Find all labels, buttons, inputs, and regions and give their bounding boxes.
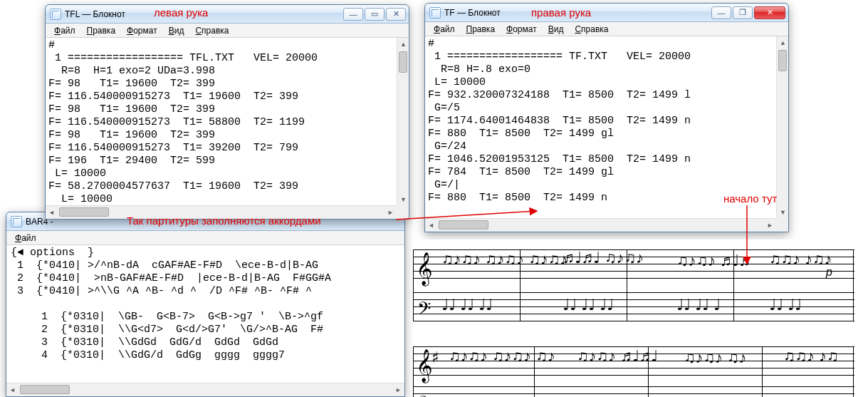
menubar: Файл Правка Формат Вид Справка xyxy=(425,22,788,36)
scroll-right-icon[interactable]: ► xyxy=(392,383,404,395)
menu-file[interactable]: Файл xyxy=(50,25,80,36)
notepad-icon xyxy=(50,9,61,20)
menu-view[interactable]: Вид xyxy=(164,25,189,36)
notepad-icon xyxy=(11,216,22,227)
text-content-upper[interactable]: {◄ options } 1 {*0410| >/^nB-dA cGAF#AE-… xyxy=(6,245,404,299)
scroll-right-icon[interactable]: ► xyxy=(764,219,776,230)
scroll-corner xyxy=(397,205,409,217)
minimize-button[interactable]: — xyxy=(343,8,363,21)
menubar: Файл xyxy=(6,231,404,245)
menu-file[interactable]: Файл xyxy=(11,232,41,244)
text-content[interactable]: # 1 ================== TF.TXT VEL= 20000… xyxy=(425,36,788,206)
scroll-left-icon[interactable]: ◄ xyxy=(46,206,58,217)
scrollbar-horizontal[interactable]: ◄ ► xyxy=(46,205,397,217)
menu-edit[interactable]: Правка xyxy=(83,25,120,36)
client-area: # 1 ================== TFL.TXT VEL= 2000… xyxy=(46,38,409,217)
client-area: # 1 ================== TF.TXT VEL= 20000… xyxy=(425,36,788,230)
scroll-left-icon[interactable]: ◄ xyxy=(6,383,19,395)
menubar: Файл Правка Формат Вид Справка xyxy=(46,24,409,38)
notepad-icon xyxy=(429,7,441,19)
window-buttons: — ❐ ✕ xyxy=(711,6,785,19)
text-content-lower[interactable]: 1 {*0310| \GB- G<B-7> G<B->g7 ' \B->^gf … xyxy=(6,309,404,364)
text-content[interactable]: # 1 ================== TFL.TXT VEL= 2000… xyxy=(46,38,409,207)
window-title: TF — Блокнот xyxy=(444,8,711,18)
menu-view[interactable]: Вид xyxy=(544,24,568,35)
client-area: {◄ options } 1 {*0410| >/^nB-dA cGAF#AE-… xyxy=(6,245,404,395)
close-button[interactable]: ✕ xyxy=(754,6,785,19)
scroll-down-icon[interactable]: ▼ xyxy=(397,193,409,205)
maximize-button[interactable]: ▭ xyxy=(365,8,385,21)
scroll-left-icon[interactable]: ◄ xyxy=(425,219,437,230)
scroll-right-icon[interactable]: ► xyxy=(385,206,397,217)
menu-format[interactable]: Формат xyxy=(502,24,541,35)
bar4-window: BAR4 - Файл {◄ options } 1 {*0410| >/^nB… xyxy=(6,212,405,397)
tf-window: TF — Блокнот — ❐ ✕ Файл Правка Формат Ви… xyxy=(424,3,789,232)
scroll-corner xyxy=(776,218,788,230)
scrollbar-vertical[interactable]: ▲ ▼ xyxy=(397,38,409,205)
titlebar[interactable]: TF — Блокнот — ❐ ✕ xyxy=(425,4,788,22)
scroll-up-icon[interactable]: ▲ xyxy=(777,36,788,48)
scrollbar-vertical[interactable]: ▲ ▼ xyxy=(776,36,788,218)
tfl-window: TFL — Блокнот — ▭ ✕ Файл Правка Формат В… xyxy=(45,4,409,220)
menu-help[interactable]: Справка xyxy=(191,25,233,36)
menu-edit[interactable]: Правка xyxy=(462,24,500,35)
window-title: TFL — Блокнот xyxy=(65,9,343,19)
titlebar[interactable]: TFL — Блокнот — ▭ ✕ xyxy=(46,5,409,24)
restore-button[interactable]: ❐ xyxy=(733,6,753,19)
scrollbar-horizontal[interactable]: ◄ ► xyxy=(425,218,776,230)
menu-format[interactable]: Формат xyxy=(122,25,162,36)
scroll-down-icon[interactable]: ▼ xyxy=(777,206,788,218)
menu-help[interactable]: Справка xyxy=(570,24,612,35)
scrollbar-horizontal[interactable]: ◄ ► xyxy=(6,383,404,395)
minimize-button[interactable]: — xyxy=(711,6,731,19)
window-buttons: — ▭ ✕ xyxy=(343,8,406,21)
close-button[interactable]: ✕ xyxy=(386,8,406,21)
menu-file[interactable]: Файл xyxy=(429,24,459,35)
music-score: 𝄞 𝄢 ♫♪♫♪ ♫♪♫♪ ♫♪♫♪ ♬♩♬♩ ♫♪♫♪ ♫♪♫♪ ♬♩♬ ♫♫… xyxy=(413,239,854,396)
scroll-up-icon[interactable]: ▲ xyxy=(397,38,409,50)
